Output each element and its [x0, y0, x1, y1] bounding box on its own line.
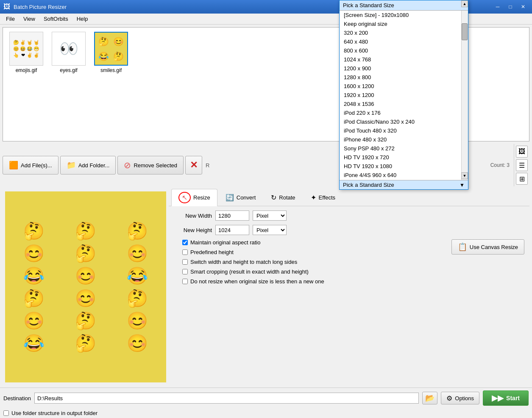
dropdown-item[interactable]: 320 x 200 [340, 28, 461, 37]
tab-resize[interactable]: ↖ Resize [171, 189, 217, 206]
remove-selected-button[interactable]: ⊘ Remove Selected [117, 156, 184, 174]
browse-icon: 📂 [425, 393, 435, 403]
dropdown-header-label: Pick a Standard Size [343, 2, 394, 8]
menu-file[interactable]: File [2, 15, 19, 23]
checkbox-row-noresize: Do not resize when original size is less… [182, 278, 324, 285]
count-badge: Count: 3 [488, 161, 512, 169]
height-label: New Height [178, 227, 212, 233]
start-button[interactable]: ▶▶ Start [483, 390, 529, 406]
file-thumbnail: 🤔😊😂🤔 [94, 32, 128, 66]
file-name: smiles.gif [100, 67, 122, 73]
aspect-ratio-checkbox[interactable] [182, 240, 188, 245]
height-input[interactable] [215, 225, 249, 235]
dropdown-item[interactable]: 2048 x 1536 [340, 100, 461, 108]
close-button[interactable]: ✕ [518, 2, 529, 11]
height-row: New Height Pixel Percent Inch cm [178, 225, 524, 235]
dropdown-item[interactable]: 1600 x 1200 [340, 82, 461, 91]
canvas-resize-icon: 📋 [458, 242, 467, 252]
options-label: Options [455, 395, 474, 401]
dropdown-item[interactable]: 800 x 600 [340, 46, 461, 55]
dropdown-item[interactable]: 1920 x 1200 [340, 91, 461, 100]
list-item[interactable]: 🤔✌🤘🤘 😊😆😂😁 👆❤✌✌ emojis.gif [7, 32, 45, 73]
dropdown-item[interactable]: iPhone 480 x 320 [340, 135, 461, 144]
scroll-down-arrow[interactable]: ▼ [461, 172, 468, 179]
resize-tab-icon: ↖ [178, 192, 191, 203]
options-button[interactable]: ⚙ Options [441, 392, 479, 404]
dropdown-list[interactable]: [Screen Size] - 1920x1080 Keep original … [340, 11, 468, 180]
tab-effects-label: Effects [319, 194, 336, 201]
dropdown-item[interactable]: 1024 x 768 [340, 55, 461, 64]
add-files-button[interactable]: 🟧 Add File(s)... [3, 156, 58, 174]
folder-structure-row: Use folder structure in output folder [0, 408, 532, 418]
no-resize-label: Do not resize when original size is less… [190, 278, 324, 285]
width-unit-select[interactable]: Pixel Percent Inch cm [253, 210, 287, 221]
grid-view-button[interactable]: ⊞ [516, 173, 528, 185]
add-folder-button[interactable]: 📁 Add Folder... [60, 156, 116, 174]
content-area: 🤔🤔🤔 😊🤔😊 😂😊😂 🤔😊🤔 😊🤔😊 😂🤔😊 ↖ Resize 🔄 C [0, 189, 532, 388]
canvas-resize-button[interactable]: 📋 Use Canvas Resize [451, 239, 524, 255]
dropdown-item[interactable]: HD TV 1920 x 1080 [340, 162, 461, 171]
scrollbar-thumb [462, 23, 468, 40]
remove-selected-label: Remove Selected [134, 162, 177, 169]
checkboxes-column: Maintain original aspect ratio Predefine… [178, 239, 324, 285]
folder-structure-checkbox[interactable] [3, 410, 9, 416]
dropdown-item[interactable]: iPod Touch 480 x 320 [340, 126, 461, 135]
folder-structure-label: Use folder structure in output folder [11, 410, 97, 416]
menu-softorbits[interactable]: SoftOrbits [39, 15, 72, 23]
width-input[interactable] [215, 210, 249, 221]
switch-dimensions-checkbox[interactable] [182, 259, 188, 265]
folder-icon: 📁 [67, 161, 76, 170]
smart-cropping-checkbox[interactable] [182, 269, 188, 274]
switch-dimensions-label: Switch width and height to match long si… [190, 259, 297, 265]
tabs-row: ↖ Resize 🔄 Convert ↻ Rotate ✦ Effects [169, 189, 529, 206]
dropdown-item[interactable]: Keep original size [340, 19, 461, 28]
thumbnail-view-button[interactable]: 🖼 [516, 146, 528, 158]
browse-button[interactable]: 📂 [422, 392, 437, 404]
dropdown-item[interactable]: HD TV 1920 x 720 [340, 153, 461, 162]
tab-rotate-label: Rotate [279, 194, 295, 201]
destination-input[interactable] [34, 393, 419, 404]
maximize-button[interactable]: □ [505, 2, 516, 11]
effects-icon: ✦ [311, 194, 316, 202]
dropdown-footer: Pick a Standard Size ▼ [340, 180, 468, 189]
list-item[interactable]: 🤔😊😂🤔 smiles.gif [92, 32, 130, 73]
preview-image: 🤔🤔🤔 😊🤔😊 😂😊😂 🤔😊🤔 😊🤔😊 😂🤔😊 [5, 191, 166, 382]
dropdown-scrollbar[interactable] [461, 11, 468, 180]
list-item[interactable]: 👀 eyes.gif [50, 32, 88, 73]
no-resize-checkbox[interactable] [182, 279, 188, 284]
height-unit-select[interactable]: Pixel Percent Inch cm [253, 225, 287, 235]
tab-resize-label: Resize [193, 194, 210, 201]
tab-convert-label: Convert [237, 194, 256, 201]
scroll-up-arrow[interactable]: ▲ [461, 0, 468, 7]
resize-settings: New Width Pixel Percent Inch cm New Heig… [169, 206, 529, 385]
file-name: emojis.gif [16, 67, 37, 73]
app-icon: 🖼 [3, 3, 10, 11]
width-label: New Width [178, 213, 212, 219]
width-row: New Width Pixel Percent Inch cm [178, 210, 524, 221]
menu-help[interactable]: Help [72, 15, 92, 23]
dropdown-item[interactable]: [Screen Size] - 1920x1080 [340, 11, 461, 19]
minimize-button[interactable]: ─ [492, 2, 503, 11]
dropdown-item[interactable]: iPone 4/4S 960 x 640 [340, 171, 461, 180]
tab-rotate[interactable]: ↻ Rotate [264, 191, 302, 204]
dropdown-item[interactable]: 1280 x 800 [340, 73, 461, 82]
list-view-button[interactable]: ☰ [516, 159, 528, 171]
tab-effects[interactable]: ✦ Effects [304, 191, 343, 204]
dropdown-item[interactable]: iPod 220 x 176 [340, 108, 461, 117]
dropdown-item[interactable]: Sony PSP 480 x 272 [340, 144, 461, 153]
checkbox-row-switch: Switch width and height to match long si… [182, 259, 324, 265]
delete-button[interactable]: ✕ [185, 156, 202, 174]
gear-icon: ⚙ [446, 394, 452, 402]
remove-icon: ⊘ [124, 160, 131, 170]
checkbox-row-smart: Smart cropping (result in exact width an… [182, 269, 324, 275]
tab-convert[interactable]: 🔄 Convert [218, 191, 263, 204]
dropdown-item[interactable]: 640 x 480 [340, 37, 461, 46]
destination-bar: Destination 📂 ⚙ Options ▶▶ Start [0, 388, 532, 408]
dropdown-item[interactable]: iPod Classic/Nano 320 x 240 [340, 117, 461, 126]
dropdown-item[interactable]: 1200 x 900 [340, 64, 461, 73]
predefined-height-checkbox[interactable] [182, 249, 188, 255]
dropdown-item[interactable]: Email 1024 x 768 [340, 180, 461, 180]
dropdown-footer-label: Pick a Standard Size [343, 182, 394, 188]
menu-view[interactable]: View [19, 15, 39, 23]
dropdown-chevron-icon[interactable]: ▼ [460, 182, 465, 188]
